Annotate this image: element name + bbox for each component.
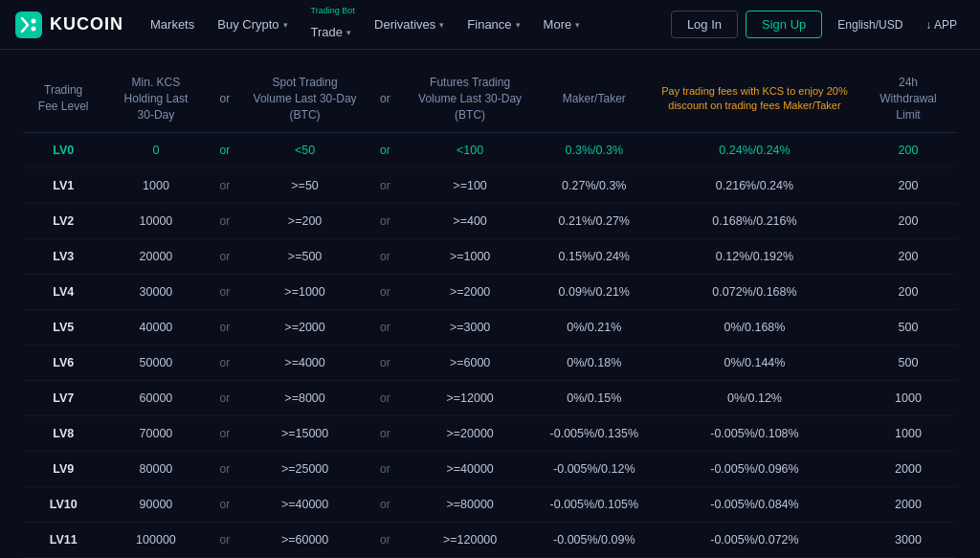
table-cell: -0.005%/0.108%: [650, 416, 859, 452]
table-cell: or: [368, 310, 402, 346]
table-cell: 60000: [103, 381, 208, 416]
table-cell: 200: [859, 133, 957, 168]
table-cell: >=40000: [241, 487, 368, 523]
header-withdrawal: 24h Withdrawal Limit: [859, 65, 957, 133]
table-cell: 1000: [103, 168, 208, 204]
table-cell: >=12000: [402, 381, 539, 416]
table-cell: 500: [859, 310, 957, 346]
table-cell: >=15000: [241, 416, 368, 452]
header-or1: or: [209, 65, 242, 133]
table-cell: >=8000: [241, 381, 368, 416]
table-cell: 1000: [859, 416, 957, 452]
table-cell: 100000: [103, 523, 208, 558]
table-cell: 200: [859, 168, 957, 204]
table-cell: 1000: [859, 381, 957, 416]
table-cell: 0%/0.18%: [539, 346, 650, 381]
login-button[interactable]: Log In: [671, 11, 738, 38]
table-row: LV00or<50or<1000.3%/0.3%0.24%/0.24%200: [23, 133, 957, 168]
table-cell: >=60000: [241, 523, 368, 558]
table-cell: >=1000: [241, 275, 368, 310]
table-cell: LV5: [23, 310, 103, 346]
table-cell: LV4: [23, 275, 103, 310]
table-cell: or: [209, 487, 242, 523]
table-cell: 2000: [859, 452, 957, 487]
table-cell: 0.15%/0.24%: [539, 239, 650, 275]
table-cell: 20000: [103, 239, 208, 275]
table-cell: LV3: [23, 239, 103, 275]
fee-table-container: Trading Fee Level Min. KCS Holding Last …: [0, 50, 980, 558]
nav-item-derivatives[interactable]: Derivatives ▾: [363, 0, 456, 50]
table-cell: >=6000: [402, 346, 539, 381]
table-header-row: Trading Fee Level Min. KCS Holding Last …: [23, 65, 957, 133]
table-row: LV210000or>=200or>=4000.21%/0.27%0.168%/…: [23, 204, 957, 239]
table-cell: <50: [241, 133, 368, 168]
table-cell: LV0: [23, 133, 103, 168]
table-cell: LV11: [23, 523, 103, 558]
table-cell: 0%/0.12%: [650, 381, 859, 416]
table-cell: 0.24%/0.24%: [650, 133, 859, 168]
table-cell: or: [368, 204, 402, 239]
logo-text: KUCOIN: [50, 14, 123, 34]
table-cell: 0.3%/0.3%: [539, 133, 650, 168]
table-cell: 0%/0.144%: [650, 346, 859, 381]
table-cell: LV6: [23, 346, 103, 381]
table-cell: 50000: [103, 346, 208, 381]
table-row: LV11000or>=50or>=1000.27%/0.3%0.216%/0.2…: [23, 168, 957, 204]
table-cell: >=20000: [402, 416, 539, 452]
table-cell: or: [209, 452, 242, 487]
language-selector[interactable]: English/USD: [830, 18, 910, 32]
table-row: LV540000or>=2000or>=30000%/0.21%0%/0.168…: [23, 310, 957, 346]
nav-item-more[interactable]: More ▾: [532, 0, 592, 50]
table-cell: 70000: [103, 416, 208, 452]
nav-item-finance[interactable]: Finance ▾: [456, 0, 531, 50]
table-cell: 40000: [103, 310, 208, 346]
table-cell: 200: [859, 239, 957, 275]
table-cell: -0.005%/0.12%: [539, 452, 650, 487]
table-cell: or: [209, 133, 242, 168]
table-cell: >=80000: [402, 487, 539, 523]
table-cell: or: [368, 275, 402, 310]
table-cell: or: [368, 346, 402, 381]
table-cell: >=200: [241, 204, 368, 239]
table-cell: 0.09%/0.21%: [539, 275, 650, 310]
table-cell: >=40000: [402, 452, 539, 487]
nav-item-markets[interactable]: Markets: [139, 0, 206, 50]
table-cell: >=3000: [402, 310, 539, 346]
nav-item-trade[interactable]: Trading Bot Trade ▾: [300, 0, 363, 50]
table-cell: 0%/0.168%: [650, 310, 859, 346]
table-cell: LV7: [23, 381, 103, 416]
logo[interactable]: KUCOIN: [15, 11, 123, 38]
table-cell: 0.12%/0.192%: [650, 239, 859, 275]
table-body: LV00or<50or<1000.3%/0.3%0.24%/0.24%200LV…: [23, 133, 957, 558]
table-cell: 10000: [103, 204, 208, 239]
table-cell: 80000: [103, 452, 208, 487]
nav-item-buy-crypto[interactable]: Buy Crypto ▾: [206, 0, 299, 50]
header-level: Trading Fee Level: [23, 65, 103, 133]
header-spot: Spot Trading Volume Last 30-Day (BTC): [241, 65, 368, 133]
table-cell: -0.005%/0.096%: [650, 452, 859, 487]
table-cell: -0.005%/0.135%: [539, 416, 650, 452]
navbar-right: Log In Sign Up English/USD ↓ APP: [671, 11, 965, 38]
table-cell: -0.005%/0.09%: [539, 523, 650, 558]
navbar: KUCOIN Markets Buy Crypto ▾ Trading Bot …: [0, 0, 980, 50]
table-cell: or: [209, 168, 242, 204]
table-cell: >=120000: [402, 523, 539, 558]
table-cell: or: [209, 310, 242, 346]
header-maker-taker: Maker/Taker: [539, 65, 650, 133]
table-cell: LV9: [23, 452, 103, 487]
table-cell: or: [368, 239, 402, 275]
table-cell: 3000: [859, 523, 957, 558]
signup-button[interactable]: Sign Up: [746, 11, 822, 38]
fee-table: Trading Fee Level Min. KCS Holding Last …: [23, 65, 957, 558]
table-cell: 0.072%/0.168%: [650, 275, 859, 310]
table-cell: 500: [859, 346, 957, 381]
table-cell: or: [209, 523, 242, 558]
table-cell: or: [209, 204, 242, 239]
table-cell: LV1: [23, 168, 103, 204]
app-download-button[interactable]: ↓ APP: [918, 18, 965, 32]
svg-point-2: [32, 26, 36, 31]
table-cell: 2000: [859, 487, 957, 523]
header-or2: or: [368, 65, 402, 133]
table-cell: 0%/0.21%: [539, 310, 650, 346]
table-cell: LV8: [23, 416, 103, 452]
